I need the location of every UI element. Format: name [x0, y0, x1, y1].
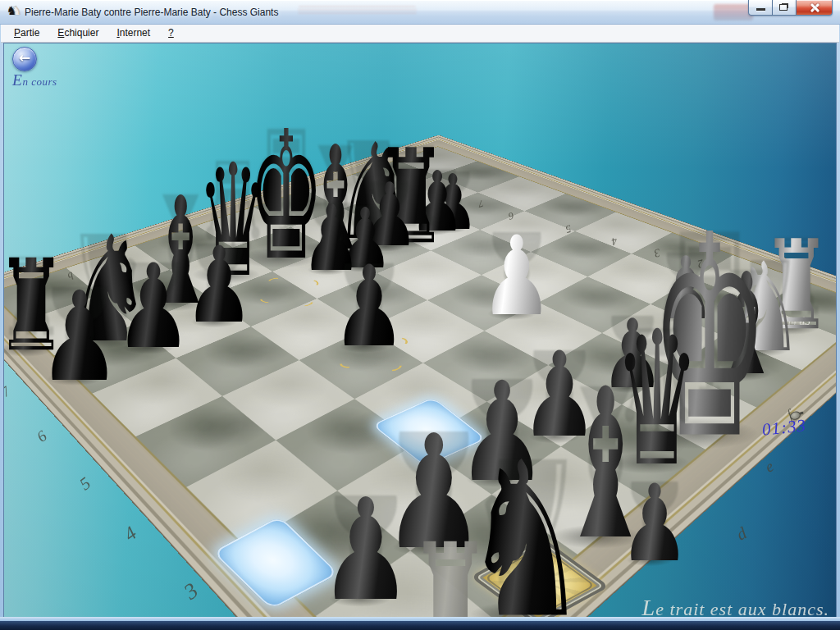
black-pawn-glyph: ♟ [115, 250, 192, 367]
black-pawn-glyph: ♟ [332, 252, 407, 363]
restore-button[interactable] [773, 0, 796, 16]
window-bottom-frame [0, 617, 840, 630]
close-icon [810, 3, 819, 11]
titlebar-highlight [0, 0, 840, 1]
title-bar[interactable]: ♞ ♞ Pierre-Marie Baty contre Pierre-Mari… [0, 0, 840, 25]
board-coordinate-label: 5 [75, 473, 94, 495]
glass-reflection [714, 4, 753, 21]
app-window: ♞ ♞ Pierre-Marie Baty contre Pierre-Mari… [0, 0, 840, 630]
board-coordinate-label: 6 [34, 427, 51, 445]
dark-pawn-glyph: ♟ [319, 480, 413, 617]
chess-knight-icon: ♞ ♞ [7, 6, 21, 19]
ghost-rook-glyph: ♜ [408, 523, 493, 617]
board-coordinate-label: 3 [179, 578, 203, 605]
minimize-icon [756, 8, 765, 11]
minimize-button[interactable] [748, 0, 773, 16]
dark-pawn-glyph: ♟ [619, 471, 690, 578]
black-pawn-glyph: ♟ [39, 274, 121, 398]
status-label: En cours [12, 71, 57, 89]
menu-item-partie[interactable]: Partie [9, 25, 44, 40]
board-coordinate-label: 4 [120, 523, 141, 546]
game-viewport: 76543ab765432fed ♟♟♟♟♞♞♜♜♟♟♝♝♚♚♟♟♟♟♛♛♝♝♟… [3, 43, 837, 617]
back-arrow-icon: ← [13, 49, 36, 66]
menu-item-echiquier[interactable]: Echiquier [52, 25, 103, 40]
menu-item-internet[interactable]: Internet [112, 25, 155, 40]
restore-icon [779, 4, 788, 11]
black-pawn-glyph: ♟ [184, 233, 253, 338]
board-coordinate-label: d [733, 523, 750, 545]
back-button[interactable]: ← [12, 47, 37, 71]
turn-message: Le trait est aux blancs. [642, 595, 829, 617]
white-pawn-glyph: ♟ [481, 221, 554, 331]
glass-reflection [298, 6, 417, 15]
knight-glyph-black: ♞ [7, 4, 17, 17]
close-button[interactable] [796, 0, 833, 16]
menu-item-help[interactable]: ? [163, 25, 179, 40]
board-coordinate-label: 7 [3, 383, 13, 400]
window-title: Pierre-Marie Baty contre Pierre-Marie Ba… [25, 7, 278, 18]
menu-bar: PartieEchiquierInternet? [1, 25, 839, 43]
window-controls [748, 0, 833, 16]
